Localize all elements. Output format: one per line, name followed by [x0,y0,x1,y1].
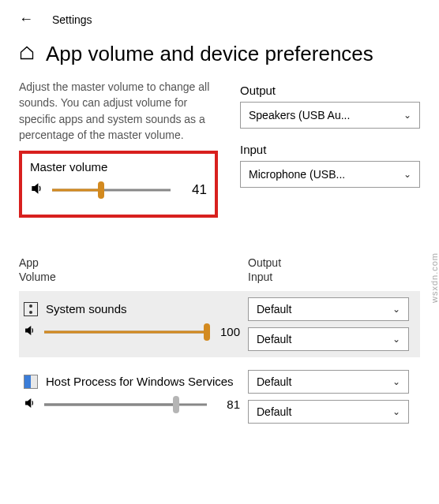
page-title: App volume and device preferences [46,42,373,66]
chevron-down-icon: ⌄ [392,304,400,315]
watermark: wsxdn.com [430,252,439,303]
chevron-down-icon: ⌄ [392,334,400,345]
system-sounds-icon [24,302,38,316]
description-text: Adjust the master volume to change all s… [19,79,224,143]
col-input-label: Input [248,270,420,284]
app-output-dropdown[interactable]: Default ⌄ [248,370,409,394]
app-input-value: Default [257,333,291,345]
app-input-value: Default [257,405,291,418]
speaker-icon[interactable] [24,324,36,340]
master-volume-label: Master volume [30,160,207,174]
output-device-dropdown[interactable]: Speakers (USB Au... ⌄ [240,102,420,129]
app-volume-slider[interactable] [44,397,207,413]
speaker-icon[interactable] [24,397,36,413]
home-icon[interactable] [19,45,35,64]
app-output-value: Default [257,303,291,315]
app-name: System sounds [46,302,127,316]
input-device-value: Microphone (USB... [249,168,345,181]
app-output-value: Default [257,375,291,388]
app-volume-slider[interactable] [44,324,207,340]
chevron-down-icon: ⌄ [392,376,400,387]
speaker-icon[interactable] [30,181,44,199]
app-output-dropdown[interactable]: Default ⌄ [248,297,409,321]
settings-label: Settings [52,13,92,26]
output-label: Output [240,84,420,97]
back-button[interactable]: ← [19,11,33,28]
chevron-down-icon: ⌄ [403,169,411,180]
master-volume-highlight: Master volume 41 [19,151,218,218]
col-app-label: App [19,256,248,270]
input-label: Input [240,143,420,156]
input-device-dropdown[interactable]: Microphone (USB... ⌄ [240,161,420,188]
master-volume-slider[interactable] [52,182,171,198]
app-row: Host Process for Windows Services 81 [19,364,420,430]
app-volume-value: 81 [215,398,240,411]
master-volume-value: 41 [178,182,207,198]
output-device-value: Speakers (USB Au... [249,109,350,121]
chevron-down-icon: ⌄ [403,110,411,121]
host-process-icon [24,375,38,389]
app-volume-value: 100 [215,325,240,338]
col-volume-label: Volume [19,270,248,284]
chevron-down-icon: ⌄ [392,406,400,417]
app-input-dropdown[interactable]: Default ⌄ [248,327,409,351]
col-output-label: Output [248,256,420,270]
app-input-dropdown[interactable]: Default ⌄ [248,400,409,424]
app-name: Host Process for Windows Services [46,375,234,389]
app-row: System sounds 100 Default [19,291,420,357]
